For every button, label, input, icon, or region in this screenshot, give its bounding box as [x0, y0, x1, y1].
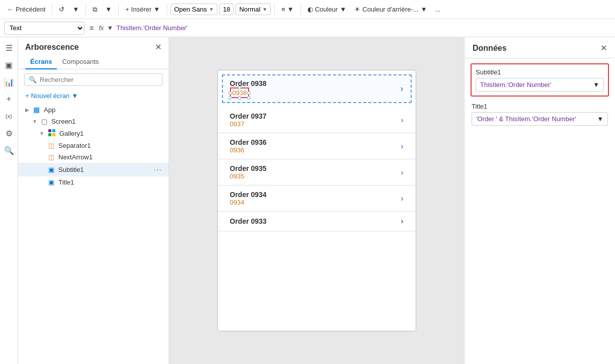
tree-node-app[interactable]: ▶ ▦ App: [18, 104, 169, 116]
gallery-item-content-5: Order 0933: [230, 217, 267, 225]
main-layout: ☰ ▣ 📊 + (x) ⚙ 🔍 Arborescence ✕ Écrans Co…: [0, 37, 615, 364]
tab-screens[interactable]: Écrans: [25, 55, 57, 69]
color-button[interactable]: ◐ Couleur ▼: [304, 4, 349, 15]
gallery-item-2[interactable]: Order 0936 0936 ›: [218, 133, 416, 159]
separator-4: [167, 4, 167, 15]
settings-icon-btn[interactable]: ⚙: [2, 126, 17, 141]
data-icon-btn[interactable]: 📊: [2, 74, 17, 89]
undo-dropdown-button[interactable]: ▼: [69, 4, 82, 15]
expand-icon-app: ▶: [25, 107, 29, 113]
subtitle-field-select[interactable]: ThisItem.'Order Number' ▼: [476, 78, 604, 92]
subtitle-field-label: Subtitle1: [476, 68, 604, 76]
copy-dropdown-button[interactable]: ▼: [102, 4, 115, 15]
tree-node-separator1[interactable]: ◫ Separator1: [18, 140, 169, 151]
insert-button[interactable]: + Insérer ▼: [122, 4, 163, 15]
undo-icon: ↺: [59, 6, 64, 13]
font-size-label: 18: [223, 6, 230, 13]
canvas-area: Order 0938 0938: [169, 37, 464, 364]
gallery-item-subtitle-0: 0938: [233, 89, 247, 97]
search-icon-btn[interactable]: 🔍: [2, 143, 17, 158]
selection-handle-bottom: [238, 96, 241, 100]
title-icon: ▣: [48, 178, 54, 186]
title-field-value: 'Order ' & ThisItem.'Order Number': [476, 115, 576, 123]
title-field-block: Title1 'Order ' & ThisItem.'Order Number…: [472, 103, 608, 126]
separator-3: [118, 4, 119, 15]
gallery-chevron-4: ›: [401, 194, 403, 203]
plus-icon: +: [125, 6, 129, 13]
gallery-item-1[interactable]: Order 0937 0937 ›: [218, 107, 416, 133]
tree-header: Arborescence ✕: [18, 37, 169, 55]
insert-label: Insérer: [131, 6, 151, 13]
node-label-screen1: Screen1: [51, 118, 75, 125]
expand-icon-screen1: ▼: [32, 119, 37, 124]
more-button[interactable]: ...: [432, 4, 444, 15]
subtitle-field-chevron-icon: ▼: [593, 81, 599, 88]
bg-color-icon: ☀: [354, 6, 360, 13]
align-chevron-icon: ▼: [287, 6, 294, 13]
title-field-select[interactable]: 'Order ' & ThisItem.'Order Number' ▼: [472, 112, 608, 126]
gallery-container: Order 0938 0938: [218, 74, 416, 231]
search-input[interactable]: [40, 76, 158, 83]
gallery-item-3[interactable]: Order 0935 0935 ›: [218, 159, 416, 186]
tree-search-box: 🔍: [24, 73, 163, 86]
tree-node-subtitle1[interactable]: ▣ Subtitle1 ⋯: [18, 163, 169, 176]
gallery-item-title-2: Order 0936: [230, 138, 267, 146]
gallery-chevron-2: ›: [401, 142, 403, 151]
gallery-item-5[interactable]: Order 0933 ›: [218, 212, 416, 231]
font-dropdown[interactable]: Open Sans ▼: [171, 4, 217, 15]
separator-2: [86, 4, 86, 15]
home-icon-btn[interactable]: ☰: [2, 40, 17, 55]
bg-color-label: Couleur d'arrière-...: [362, 6, 419, 13]
gallery-item-title-1: Order 0937: [230, 112, 267, 120]
tree-panel: Arborescence ✕ Écrans Composants 🔍 + Nou…: [18, 37, 169, 364]
node-label-app: App: [44, 106, 55, 114]
tree-title: Arborescence: [25, 43, 79, 52]
svg-rect-3: [52, 133, 55, 136]
bg-color-button[interactable]: ☀ Couleur d'arrière-... ▼: [351, 4, 430, 15]
align-button[interactable]: ≡ ▼: [278, 4, 296, 15]
tree-node-nextarrow1[interactable]: ◫ NextArrow1: [18, 151, 169, 163]
style-label: Normal: [239, 6, 260, 13]
more-label: ...: [435, 6, 441, 13]
undo-button[interactable]: ↺: [56, 4, 67, 15]
color-label: Couleur: [315, 6, 338, 13]
plus-icon-btn[interactable]: +: [2, 92, 17, 107]
new-screen-button[interactable]: + Nouvel écran ▼: [18, 90, 169, 102]
back-button[interactable]: ← Précédent: [4, 4, 48, 15]
node-label-subtitle1: Subtitle1: [58, 166, 84, 173]
separator-1: [52, 4, 52, 15]
subtitle-more-button[interactable]: ⋯: [153, 165, 162, 174]
tree-node-title1[interactable]: ▣ Title1: [18, 176, 169, 188]
tab-components[interactable]: Composants: [57, 55, 104, 69]
font-chevron-icon: ▼: [209, 7, 214, 12]
gallery-item-4[interactable]: Order 0934 0934 ›: [218, 186, 416, 212]
title-field-chevron-icon: ▼: [597, 115, 603, 123]
gallery-item-subtitle-1: 0937: [230, 120, 267, 128]
gallery-item-subtitle-3: 0935: [230, 172, 267, 180]
formula-property-select[interactable]: Text: [4, 22, 85, 35]
separator-5: [274, 4, 275, 15]
paint-icon: ◐: [308, 6, 313, 13]
tree-node-gallery1[interactable]: ▼ Gallery1: [18, 127, 169, 140]
data-panel-body: Subtitle1 ThisItem.'Order Number' ▼ Titl…: [465, 58, 615, 132]
subtitle-field-value: ThisItem.'Order Number': [480, 81, 552, 88]
formula-dropdown-icon[interactable]: ▼: [107, 24, 113, 32]
back-label: Précédent: [16, 6, 45, 13]
new-screen-chevron-icon: ▼: [71, 92, 78, 100]
node-label-title1: Title1: [58, 178, 74, 186]
layers-icon-btn[interactable]: ▣: [2, 57, 17, 72]
gallery-chevron-5: ›: [401, 217, 403, 226]
font-size-dropdown[interactable]: 18: [219, 4, 234, 15]
tree-node-screen1[interactable]: ▼ ▢ Screen1: [18, 116, 169, 127]
formula-icon-btn[interactable]: (x): [2, 109, 17, 124]
tree-close-button[interactable]: ✕: [155, 42, 162, 52]
copy-button[interactable]: ⧉: [90, 4, 100, 16]
data-panel-header: Données ✕: [465, 37, 615, 58]
expand-icon-gallery1: ▼: [39, 131, 44, 136]
copy-icon: ⧉: [93, 6, 97, 14]
style-dropdown[interactable]: Normal ▼: [236, 4, 271, 15]
gallery-item-content-4: Order 0934 0934: [230, 191, 267, 206]
data-panel-close-button[interactable]: ✕: [600, 43, 607, 53]
svg-rect-1: [52, 129, 55, 132]
gallery-item-0[interactable]: Order 0938 0938: [222, 74, 412, 103]
